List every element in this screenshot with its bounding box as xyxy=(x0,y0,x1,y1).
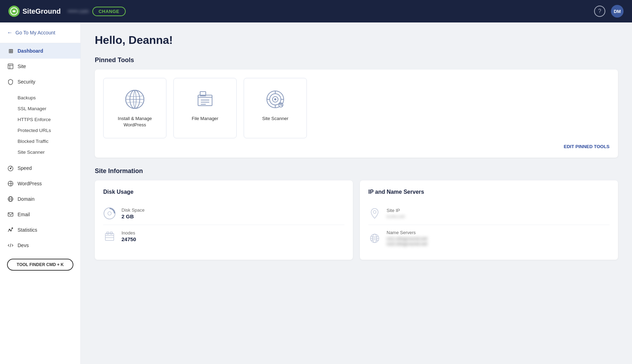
sidebar-item-security[interactable]: Security xyxy=(0,74,80,90)
site-info-grid: Disk Usage Disk Space 2 GB xyxy=(95,180,618,260)
email-icon xyxy=(7,211,14,218)
inodes-label: Inodes xyxy=(121,230,136,236)
svg-rect-41 xyxy=(110,232,112,234)
sidebar-item-speed[interactable]: Speed xyxy=(0,160,80,176)
security-icon xyxy=(7,78,14,85)
main-content: Hello, Deanna! Pinned Tools xyxy=(81,22,632,364)
topnav-right: ? DM xyxy=(594,5,624,18)
sidebar-item-site-scanner[interactable]: Site Scanner xyxy=(18,147,80,158)
svg-rect-1 xyxy=(8,64,13,69)
goto-my-account[interactable]: ← Go To My Account xyxy=(0,22,80,43)
svg-point-36 xyxy=(108,212,111,215)
sidebar-item-https-enforce[interactable]: HTTPS Enforce xyxy=(18,114,80,125)
svg-point-12 xyxy=(11,230,12,231)
name-servers-label: Name Servers xyxy=(387,230,427,235)
devs-icon xyxy=(7,242,14,249)
sidebar-label-statistics: Statistics xyxy=(18,227,37,233)
name-servers-icon xyxy=(368,232,381,245)
svg-rect-37 xyxy=(105,233,114,240)
svg-point-35 xyxy=(104,208,115,219)
svg-point-11 xyxy=(9,229,10,230)
sidebar-label-wordpress: WordPress xyxy=(18,181,42,186)
site-ip-value: ••.•••.•.••• xyxy=(387,214,405,219)
site-ip-row: Site IP ••.•••.•.••• xyxy=(368,202,610,225)
sidebar-item-site[interactable]: Site xyxy=(0,59,80,74)
sidebar-item-domain[interactable]: Domain xyxy=(0,191,80,207)
svg-rect-40 xyxy=(107,232,109,234)
site-ip-icon xyxy=(368,207,381,220)
name-servers-row: Name Servers ns1.siteground.net ns2.site… xyxy=(368,225,610,251)
pinned-tools-card: Install & Manage WordPress xyxy=(95,70,618,158)
site-scanner-tool-icon xyxy=(264,88,287,111)
logo-text: SiteGround xyxy=(22,7,61,15)
site-icon xyxy=(7,63,14,70)
inodes-value: 24750 xyxy=(121,236,136,242)
sidebar: ← Go To My Account ⊞ Dashboard Site xyxy=(0,22,81,364)
site-scanner-tool-label: Site Scanner xyxy=(262,115,288,122)
site-information-title: Site Information xyxy=(95,167,618,175)
disk-space-row: Disk Space 2 GB xyxy=(103,202,344,225)
disk-space-value: 2 GB xyxy=(121,213,145,219)
site-ip-label: Site IP xyxy=(387,208,405,213)
sidebar-label-domain: Domain xyxy=(18,196,34,202)
tool-card-file-manager[interactable]: File Manager xyxy=(173,78,237,138)
greeting-heading: Hello, Deanna! xyxy=(95,34,618,47)
pinned-tools-grid: Install & Manage WordPress xyxy=(103,78,610,138)
file-manager-tool-label: File Manager xyxy=(192,115,218,122)
tool-card-wordpress[interactable]: Install & Manage WordPress xyxy=(103,78,166,138)
disk-space-text: Disk Space 2 GB xyxy=(121,207,145,219)
domain-badge: ••••••.com CHANGE xyxy=(68,7,126,16)
goto-label: Go To My Account xyxy=(15,30,55,35)
name-server-1-value: ns1.siteground.net xyxy=(387,236,427,241)
edit-pinned-tools-link[interactable]: EDIT PINNED TOOLS xyxy=(103,144,610,149)
ip-nameservers-title: IP and Name Servers xyxy=(368,189,610,195)
statistics-icon xyxy=(7,226,14,233)
speed-icon xyxy=(7,165,14,172)
disk-space-label: Disk Space xyxy=(121,207,145,213)
sidebar-label-devs: Devs xyxy=(18,243,29,248)
inodes-text: Inodes 24750 xyxy=(121,230,136,242)
pinned-tools-title: Pinned Tools xyxy=(95,57,618,64)
disk-usage-card: Disk Usage Disk Space 2 GB xyxy=(95,180,353,260)
change-button[interactable]: CHANGE xyxy=(92,7,126,16)
sidebar-item-backups[interactable]: Backups xyxy=(18,92,80,103)
sidebar-label-email: Email xyxy=(18,212,30,217)
sidebar-label-security: Security xyxy=(18,79,35,85)
inodes-row: Inodes 24750 xyxy=(103,225,344,247)
top-navigation: SiteGround ••••••.com CHANGE ? DM xyxy=(0,0,632,22)
avatar[interactable]: DM xyxy=(611,5,624,18)
dashboard-icon: ⊞ xyxy=(7,47,14,54)
disk-usage-title: Disk Usage xyxy=(103,189,344,195)
tool-card-site-scanner[interactable]: Site Scanner xyxy=(244,78,307,138)
name-server-2-value: ns2.siteground.net xyxy=(387,241,427,246)
sidebar-item-email[interactable]: Email xyxy=(0,207,80,222)
security-subnav: Backups SSL Manager HTTPS Enforce Protec… xyxy=(0,90,80,160)
sidebar-item-ssl-manager[interactable]: SSL Manager xyxy=(18,103,80,114)
wordpress-icon xyxy=(7,180,14,187)
sidebar-label-speed: Speed xyxy=(18,165,32,171)
wordpress-tool-label: Install & Manage WordPress xyxy=(111,115,159,128)
logo[interactable]: SiteGround xyxy=(8,6,61,17)
sidebar-item-protected-urls[interactable]: Protected URLs xyxy=(18,125,80,136)
svg-line-14 xyxy=(10,244,11,247)
disk-space-icon xyxy=(103,207,116,220)
sidebar-item-dashboard[interactable]: ⊞ Dashboard xyxy=(0,43,80,59)
sidebar-item-devs[interactable]: Devs xyxy=(0,238,80,253)
svg-point-5 xyxy=(10,168,11,169)
wordpress-tool-icon xyxy=(124,88,146,111)
tool-finder-button[interactable]: TOOL FINDER CMD + K xyxy=(7,259,73,271)
domain-icon xyxy=(7,196,14,203)
ip-nameservers-card: IP and Name Servers Site IP ••.•••.•.••• xyxy=(360,180,618,260)
main-layout: ← Go To My Account ⊞ Dashboard Site xyxy=(0,22,632,364)
name-servers-text: Name Servers ns1.siteground.net ns2.site… xyxy=(387,230,427,246)
sidebar-label-site: Site xyxy=(18,64,26,69)
sidebar-item-statistics[interactable]: Statistics xyxy=(0,222,80,238)
sidebar-label-dashboard: Dashboard xyxy=(18,48,43,54)
sidebar-item-wordpress[interactable]: WordPress xyxy=(0,176,80,191)
file-manager-tool-icon xyxy=(194,88,216,111)
domain-name: ••••••.com xyxy=(68,8,89,14)
help-button[interactable]: ? xyxy=(594,6,605,17)
site-ip-text: Site IP ••.•••.•.••• xyxy=(387,208,405,219)
sidebar-item-blocked-traffic[interactable]: Blocked Traffic xyxy=(18,136,80,147)
svg-point-13 xyxy=(12,228,13,229)
